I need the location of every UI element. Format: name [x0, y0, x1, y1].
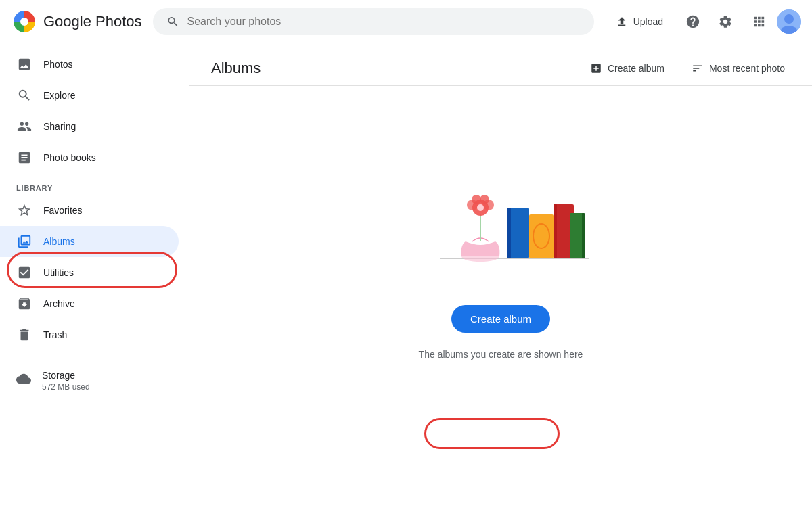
search-bar[interactable]: [153, 8, 594, 35]
utilities-label: Utilities: [43, 267, 74, 278]
help-icon: [685, 14, 700, 29]
sidebar-item-archive[interactable]: Archive: [0, 288, 179, 319]
utilities-icon: [16, 265, 32, 280]
sharing-icon: [16, 119, 32, 134]
photos-label: Photos: [43, 59, 73, 70]
sidebar-divider: [16, 356, 173, 356]
create-album-button[interactable]: Create album: [451, 305, 550, 333]
content-actions: Create album Most recent photo: [585, 60, 790, 77]
apps-button[interactable]: [744, 8, 771, 35]
svg-point-3: [784, 14, 794, 24]
apps-icon: [750, 14, 765, 29]
storage-icon: [16, 371, 31, 390]
favorites-label: Favorites: [43, 205, 83, 216]
albums-label: Albums: [43, 236, 75, 247]
trash-label: Trash: [43, 329, 67, 340]
logo[interactable]: Google Photos: [11, 8, 142, 35]
photobooks-icon: [16, 150, 32, 165]
sidebar-item-photos[interactable]: Photos: [0, 49, 179, 80]
content: Albums Create album Most recent photo: [189, 43, 812, 405]
trash-icon: [16, 327, 32, 342]
upload-label: Upload: [633, 16, 663, 27]
upload-icon: [616, 16, 628, 28]
empty-state: Create album The albums you create are s…: [189, 86, 812, 400]
most-recent-label: Most recent photo: [709, 63, 785, 74]
sidebar-item-explore[interactable]: Explore: [0, 80, 179, 111]
sort-icon: [692, 62, 704, 74]
archive-label: Archive: [43, 298, 75, 309]
sidebar-item-photobooks[interactable]: Photo books: [0, 142, 179, 173]
settings-icon: [718, 14, 733, 29]
storage-section: Storage 572 MB used: [0, 362, 189, 400]
storage-used: 572 MB used: [42, 382, 90, 392]
svg-point-13: [477, 204, 484, 211]
sidebar-item-albums[interactable]: Albums: [0, 226, 179, 257]
sharing-label: Sharing: [43, 121, 76, 132]
help-button[interactable]: [679, 8, 706, 35]
explore-label: Explore: [43, 90, 75, 101]
sidebar-item-utilities[interactable]: Utilities: [0, 257, 179, 288]
archive-icon: [16, 296, 32, 311]
logo-text: Google Photos: [43, 13, 142, 30]
sidebar-item-sharing[interactable]: Sharing: [0, 111, 179, 142]
logo-icon: [11, 8, 38, 35]
empty-state-description: The albums you create are shown here: [419, 349, 583, 360]
create-album-top-label: Create album: [608, 63, 664, 74]
avatar-image: [777, 9, 801, 34]
photo-icon: [16, 57, 32, 72]
storage-label: Storage: [42, 370, 90, 381]
create-album-btn-label: Create album: [470, 313, 531, 325]
library-section-label: LIBRARY: [0, 173, 189, 195]
add-box-icon: [590, 62, 602, 74]
page-title: Albums: [211, 60, 261, 77]
svg-rect-19: [554, 204, 557, 258]
avatar[interactable]: [777, 9, 801, 34]
header: Google Photos Upload: [0, 0, 812, 43]
upload-button[interactable]: Upload: [605, 10, 674, 33]
svg-rect-21: [582, 213, 585, 258]
create-album-top-button[interactable]: Create album: [585, 60, 670, 77]
settings-button[interactable]: [712, 8, 739, 35]
header-actions: Upload: [605, 8, 801, 35]
sidebar: Photos Explore Sharing: [0, 43, 189, 405]
photobooks-label: Photo books: [43, 152, 96, 163]
sidebar-item-trash[interactable]: Trash: [0, 319, 179, 350]
favorites-icon: [16, 203, 32, 218]
content-header: Albums Create album Most recent photo: [189, 43, 812, 86]
create-album-circle-annotation: [424, 418, 560, 449]
svg-point-11: [472, 195, 481, 204]
sidebar-item-favorites[interactable]: Favorites: [0, 195, 179, 226]
albums-icon: [16, 234, 32, 249]
search-input[interactable]: [187, 16, 581, 28]
search-icon: [166, 15, 179, 28]
explore-icon: [16, 88, 32, 103]
most-recent-button[interactable]: Most recent photo: [686, 60, 790, 77]
empty-illustration: [386, 126, 616, 289]
svg-rect-15: [508, 208, 511, 258]
main-layout: Photos Explore Sharing: [0, 43, 812, 405]
svg-point-12: [480, 195, 489, 204]
svg-point-1: [20, 18, 28, 26]
